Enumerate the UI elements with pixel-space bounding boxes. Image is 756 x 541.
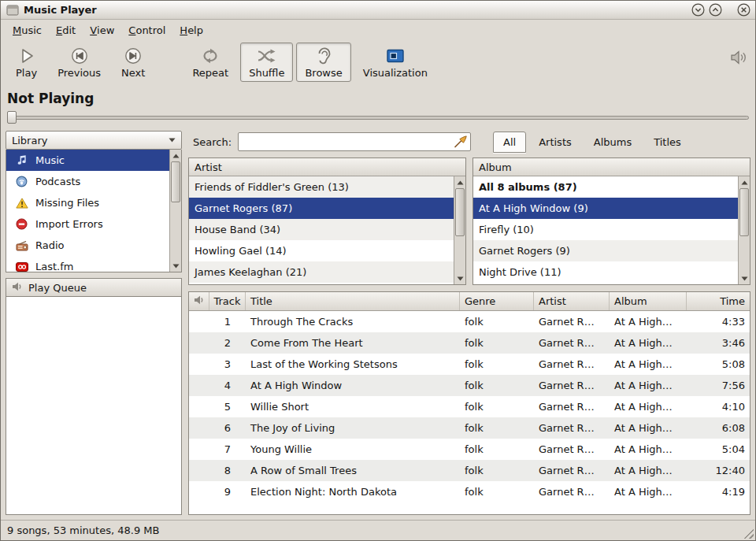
titlebar[interactable]: Music Player (1, 1, 755, 20)
artist-item[interactable]: Friends of Fiddler's Green (13) (189, 176, 454, 198)
track-row[interactable]: 6The Joy of LivingfolkGarnet R…At A High… (189, 417, 750, 439)
menu-control[interactable]: Control (121, 20, 172, 41)
minimize-button[interactable] (691, 3, 705, 17)
artist-column-header[interactable]: Artist (189, 158, 465, 176)
tab-all[interactable]: All (493, 132, 526, 153)
album-scrollbar-track[interactable] (739, 187, 750, 274)
cell-track: 9 (209, 486, 246, 498)
track-row[interactable]: 4At A High WindowfolkGarnet R…At A High…… (189, 375, 750, 396)
scroll-up-icon[interactable] (172, 151, 180, 160)
album-scrollbar-thumb[interactable] (739, 188, 749, 236)
column-header-album[interactable]: Album (610, 292, 687, 310)
menu-view[interactable]: View (83, 20, 121, 41)
column-header-genre[interactable]: Genre (460, 292, 534, 310)
album-column-header[interactable]: Album (473, 158, 750, 176)
browser-panes: Artist Friends of Fiddler's Green (13)Ga… (188, 157, 750, 285)
album-item[interactable]: Firefly (10) (473, 219, 738, 240)
chevron-down-icon (169, 138, 176, 143)
close-button[interactable] (737, 3, 750, 17)
artist-item[interactable]: James Keelaghan (21) (189, 261, 454, 283)
playing-column-header[interactable] (189, 292, 209, 310)
track-row[interactable]: 8A Row of Small TreesfolkGarnet R…At A H… (189, 460, 750, 481)
play-queue-list[interactable] (6, 297, 182, 515)
artist-item[interactable]: House Band (34) (189, 219, 454, 240)
track-row[interactable]: 9Election Night: North DakotafolkGarnet … (189, 481, 750, 502)
repeat-label: Repeat (192, 67, 228, 79)
previous-button[interactable]: Previous (49, 43, 109, 82)
repeat-button[interactable]: Repeat (183, 43, 237, 82)
track-row[interactable]: 2Come From The HeartfolkGarnet R…At A Hi… (189, 332, 750, 354)
scroll-up-icon[interactable] (741, 178, 748, 187)
search-input[interactable] (238, 132, 471, 151)
next-button[interactable]: Next (113, 43, 154, 82)
cell-artist: Garnet R… (534, 337, 610, 349)
sidebar-item-music[interactable]: Music (6, 150, 169, 171)
source-selector[interactable]: Library (6, 131, 182, 150)
scroll-up-icon[interactable] (457, 178, 464, 187)
seek-slider[interactable] (1, 109, 755, 126)
resize-grip[interactable] (742, 527, 754, 539)
cell-album: At A High… (610, 316, 687, 328)
menu-help[interactable]: Help (172, 20, 210, 41)
artist-item[interactable]: Howling Gael (14) (189, 240, 454, 261)
album-item[interactable]: Garnet Rogers (9) (473, 240, 738, 261)
album-scrollbar[interactable] (738, 176, 750, 284)
artist-scrollbar-thumb[interactable] (455, 188, 465, 236)
sidebar-item-last-fm[interactable]: Last.fm (6, 256, 169, 272)
sidebar-item-label: Radio (35, 239, 65, 251)
shuffle-button[interactable]: Shuffle (240, 43, 293, 82)
sidebar-item-missing-files[interactable]: Missing Files (6, 192, 169, 213)
column-header-title[interactable]: Title (246, 292, 460, 310)
tab-artists[interactable]: Artists (529, 132, 581, 152)
toolbar-buttons: PlayPreviousNextRepeatShuffleBrowseVisua… (7, 43, 436, 82)
track-row[interactable]: 7Young WilliefolkGarnet R…At A High…5:04 (189, 439, 750, 460)
maximize-button[interactable] (709, 3, 722, 17)
artist-scrollbar[interactable] (454, 176, 465, 284)
cell-genre: folk (460, 316, 534, 328)
tab-albums[interactable]: Albums (584, 132, 641, 152)
visualization-button[interactable]: Visualization (354, 43, 436, 82)
library-scrollbar-track[interactable] (170, 160, 181, 261)
column-header-track[interactable]: Track (209, 292, 246, 310)
scroll-down-icon[interactable] (741, 274, 748, 283)
cell-time: 12:40 (687, 465, 750, 476)
album-item[interactable]: At A High Window (9) (473, 198, 738, 219)
artist-pane-body: Friends of Fiddler's Green (13)Garnet Ro… (189, 176, 465, 284)
scroll-down-icon[interactable] (457, 274, 464, 283)
menubar: MusicEditViewControlHelp (1, 20, 755, 41)
browse-button[interactable]: Browse (296, 43, 350, 82)
track-row[interactable]: 5Willie ShortfolkGarnet R…At A High…4:10 (189, 396, 750, 417)
menu-music[interactable]: Music (6, 20, 49, 41)
clear-search-icon[interactable] (453, 135, 469, 149)
volume-button[interactable] (728, 49, 749, 69)
track-row[interactable]: 3Last of the Working StetsonsfolkGarnet … (189, 354, 750, 375)
cell-title: Young Willie (246, 443, 460, 455)
album-item[interactable]: All 8 albums (87) (473, 176, 738, 198)
sidebar-item-radio[interactable]: Radio (6, 235, 169, 256)
play-queue-header[interactable]: Play Queue (6, 278, 182, 297)
next-icon (124, 46, 143, 66)
seek-track[interactable] (7, 116, 749, 120)
artist-item[interactable]: Garnet Rogers (87) (189, 198, 454, 219)
menu-edit[interactable]: Edit (49, 20, 83, 41)
content-area: Search: AllArtistsAlbumsTitles Artist Fr… (188, 131, 750, 515)
library-scrollbar-thumb[interactable] (171, 161, 180, 202)
sidebar-item-podcasts[interactable]: Podcasts (6, 171, 169, 192)
track-list-body: 1Through The CracksfolkGarnet R…At A Hig… (189, 311, 750, 514)
artist-list: Friends of Fiddler's Green (13)Garnet Ro… (189, 176, 454, 284)
tab-titles[interactable]: Titles (644, 132, 691, 152)
play-button[interactable]: Play (7, 43, 46, 82)
album-item[interactable]: Night Drive (11) (473, 261, 738, 283)
scroll-down-icon[interactable] (172, 261, 180, 270)
seek-handle[interactable] (7, 111, 17, 124)
column-header-artist[interactable]: Artist (534, 292, 610, 310)
column-header-time[interactable]: Time (687, 292, 750, 310)
cell-album: At A High… (610, 465, 687, 476)
visualization-icon (387, 46, 404, 66)
track-row[interactable]: 1Through The CracksfolkGarnet R…At A Hig… (189, 311, 750, 332)
artist-scrollbar-track[interactable] (454, 187, 465, 274)
cell-artist: Garnet R… (534, 422, 610, 434)
library-scrollbar[interactable] (169, 150, 181, 272)
sidebar-item-import-errors[interactable]: Import Errors (6, 213, 169, 235)
cell-genre: folk (460, 358, 534, 370)
